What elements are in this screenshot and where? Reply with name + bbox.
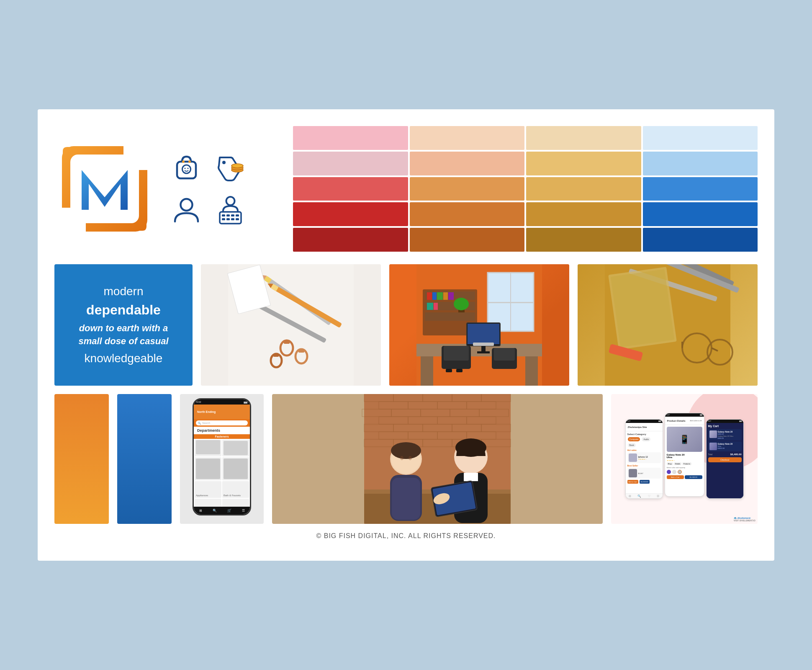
footer: © BIG FISH DIGITAL, INC. ALL RIGHTS RESE… bbox=[54, 524, 758, 544]
svg-point-125 bbox=[400, 456, 403, 460]
photo-yellow bbox=[578, 264, 758, 386]
svg-rect-67 bbox=[456, 369, 463, 372]
bottom-section: 9:02 ▮▮▮ North Ending 🔍 Search Depart bbox=[54, 394, 758, 524]
svg-rect-50 bbox=[437, 292, 443, 300]
phone-grid-item-6: Bath & Faucets bbox=[222, 481, 249, 498]
swatch-peach2 bbox=[410, 152, 525, 175]
svg-rect-61 bbox=[468, 324, 499, 344]
checkout-btn[interactable]: Checkout bbox=[708, 457, 742, 462]
divelement-badge: 🐟 divelement VISIT DIVELEMENT.IO bbox=[734, 516, 755, 522]
tab-shop[interactable]: Shop bbox=[667, 462, 673, 465]
svg-point-9 bbox=[187, 168, 188, 169]
logo-area bbox=[54, 126, 280, 252]
screen1-title: Select Category bbox=[627, 433, 661, 436]
price-btn[interactable]: $1,920.00 bbox=[685, 475, 702, 479]
svg-rect-53 bbox=[427, 303, 433, 310]
photo-app-screens: 9:27▮▮▮ Zhuleianipa Site Select Category… bbox=[611, 394, 758, 524]
icon-grid bbox=[167, 149, 251, 229]
svg-point-13 bbox=[231, 164, 243, 168]
tab-features[interactable]: Features bbox=[682, 462, 691, 465]
svg-rect-20 bbox=[236, 214, 239, 216]
svg-rect-48 bbox=[427, 292, 432, 300]
phone-device: 9:02 ▮▮▮ North Ending 🔍 Search Depart bbox=[193, 398, 251, 515]
photo-meeting bbox=[272, 394, 603, 524]
swatch-red5 bbox=[293, 228, 408, 252]
svg-rect-79 bbox=[611, 269, 674, 347]
phone-dept-grid: Appliances Bath & Faucets Blinds & Windo… bbox=[194, 439, 250, 514]
svg-point-8 bbox=[184, 168, 185, 169]
swatch-golden3 bbox=[526, 177, 641, 201]
svg-rect-54 bbox=[434, 303, 438, 310]
svg-point-5 bbox=[182, 160, 185, 163]
swatch-blue4 bbox=[643, 202, 758, 226]
svg-point-56 bbox=[454, 298, 469, 310]
hot-sale-1: Iphone 12 ★★★★☆ bbox=[627, 452, 661, 463]
yellow-image-sim bbox=[578, 264, 758, 386]
screen2-header: Product Details Add address ⊕ bbox=[665, 417, 704, 425]
swatch-light-peach bbox=[410, 126, 525, 150]
product-name: Galaxy Note 20Ultra bbox=[667, 454, 702, 459]
office-image-sim bbox=[389, 264, 569, 386]
cat-audio[interactable]: Audio bbox=[642, 437, 650, 441]
screen1-content: Select Category Computer Audio Book Hot … bbox=[626, 431, 663, 485]
phone-app-header: North Ending bbox=[194, 405, 250, 419]
phone-grid-item-1 bbox=[195, 440, 221, 456]
color-block-blue bbox=[117, 394, 172, 524]
svg-rect-131 bbox=[464, 473, 478, 481]
svg-point-124 bbox=[391, 442, 421, 459]
cat-book[interactable]: Book bbox=[628, 443, 636, 447]
svg-rect-69 bbox=[494, 348, 515, 361]
middle-section: modern dependable down to earth with a s… bbox=[54, 264, 758, 386]
svg-rect-21 bbox=[222, 218, 225, 220]
pencils-image-sim bbox=[201, 264, 381, 386]
word-modern: modern bbox=[104, 285, 144, 298]
svg-rect-49 bbox=[432, 292, 437, 300]
logo-main bbox=[54, 139, 280, 239]
svg-rect-4 bbox=[177, 162, 196, 178]
tab-details[interactable]: Details bbox=[674, 462, 681, 465]
svg-rect-24 bbox=[236, 218, 239, 220]
svg-rect-58 bbox=[421, 356, 433, 386]
svg-rect-39 bbox=[273, 354, 279, 357]
screen3-content: My Cart Galaxy Note 20 $300.00 Galaxy No… bbox=[707, 423, 743, 498]
svg-rect-47 bbox=[425, 312, 475, 321]
buy-btn[interactable]: $1,920.00 bbox=[640, 480, 650, 484]
swatch-blue5 bbox=[643, 228, 758, 252]
photo-phone: 9:02 ▮▮▮ North Ending 🔍 Search Depart bbox=[180, 394, 264, 524]
brand-words-box: modern dependable down to earth with a s… bbox=[54, 264, 193, 386]
screen-my-cart: 9:27▮▮▮ My Cart Galaxy Note 20 $300.00 G… bbox=[706, 419, 744, 499]
price-tag-icon-cell bbox=[211, 149, 249, 187]
svg-rect-16 bbox=[220, 212, 241, 224]
screen1-header: Zhuleianipa Site bbox=[626, 423, 663, 431]
svg-rect-70 bbox=[473, 343, 494, 346]
cart-item-2: Galaxy Note 20 Ultra $3000.00 bbox=[708, 441, 742, 451]
best-seller-1: $1,047 bbox=[627, 468, 661, 479]
word-dependable: dependable bbox=[86, 302, 161, 318]
swatch-red4 bbox=[293, 202, 408, 226]
swatch-golden5 bbox=[526, 228, 641, 252]
svg-rect-59 bbox=[525, 356, 538, 386]
phone-grid-item-4 bbox=[222, 457, 249, 480]
swatch-yellow2 bbox=[526, 152, 641, 175]
word-knowledgeable: knowledgeable bbox=[85, 352, 163, 365]
keyboard-icon-cell bbox=[211, 191, 249, 229]
m-logo bbox=[54, 139, 155, 239]
screen2-content: 📱 Galaxy Note 20Ultra ★★★★☆ Shop Details… bbox=[665, 425, 704, 481]
photo-pencils bbox=[201, 264, 381, 386]
photo-office bbox=[389, 264, 569, 386]
svg-rect-122 bbox=[392, 478, 420, 520]
swatch-light-blue1 bbox=[643, 126, 758, 150]
color-block-orange bbox=[54, 394, 109, 524]
app-screens-grid: 9:27▮▮▮ Zhuleianipa Site Select Category… bbox=[611, 394, 758, 524]
color-palette bbox=[293, 126, 758, 252]
screen-product-details: 9:27▮▮▮ Product Details Add address ⊕ 📱 … bbox=[665, 413, 704, 497]
phone-search-bar[interactable]: 🔍 Search bbox=[196, 420, 248, 425]
phone-header-text: North Ending bbox=[197, 410, 216, 413]
shopping-bag-icon-cell bbox=[167, 149, 205, 187]
cat-computer[interactable]: Computer bbox=[628, 437, 640, 441]
svg-rect-43 bbox=[488, 302, 534, 303]
phone-search-text: Search bbox=[202, 422, 210, 424]
add-to-cart-btn[interactable]: Add to Cart bbox=[627, 480, 638, 484]
add-to-cart-btn2[interactable]: Add to Cart bbox=[667, 475, 684, 479]
screen-select-category: 9:27▮▮▮ Zhuleianipa Site Select Category… bbox=[625, 419, 663, 499]
